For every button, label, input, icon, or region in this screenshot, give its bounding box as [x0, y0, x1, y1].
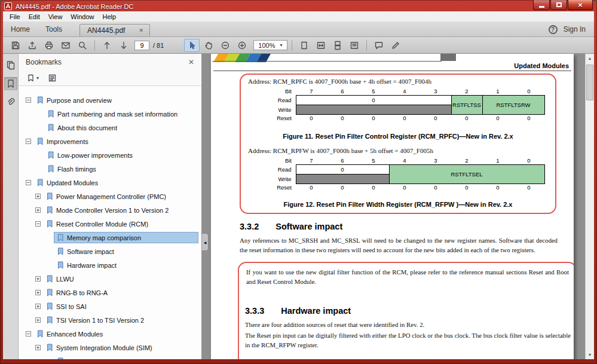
menu-file[interactable]: File: [5, 12, 25, 22]
bookmark-hit-area[interactable]: LLWU: [44, 274, 198, 284]
bookmark-hit-area[interactable]: Memory map comparison: [54, 233, 198, 243]
bookmark-item[interactable]: +LLWU: [19, 272, 201, 286]
bookmark-item[interactable]: Impacted register: [19, 354, 201, 359]
sign-in-link[interactable]: Sign In: [564, 25, 586, 33]
tab-home[interactable]: Home: [3, 23, 38, 36]
zoom-out-button[interactable]: [218, 39, 233, 52]
bookmark-item[interactable]: Part numbering and mask set information: [19, 107, 201, 121]
bookmark-hit-area[interactable]: About this document: [45, 123, 198, 133]
bookmark-hit-area[interactable]: Software impact: [54, 246, 198, 256]
reading-mode-button[interactable]: [347, 39, 362, 52]
collapse-toggle-icon[interactable]: −: [26, 139, 31, 144]
scroll-up-icon[interactable]: ▲: [586, 54, 594, 63]
bookmark-item[interactable]: About this document: [19, 121, 201, 134]
previous-page-button[interactable]: [99, 39, 115, 52]
bookmark-hit-area[interactable]: Part numbering and mask set information: [45, 109, 198, 119]
share-button[interactable]: [25, 39, 40, 52]
bookmark-hit-area[interactable]: Reset Controller Module (RCM): [44, 219, 198, 229]
document-canvas[interactable]: ◀ Updated Modules Address: [202, 54, 594, 359]
bookmark-item[interactable]: Software impact: [19, 244, 201, 258]
bookmark-item[interactable]: Low-power improvements: [19, 148, 201, 162]
email-button[interactable]: [58, 39, 74, 52]
bookmark-item[interactable]: −Reset Controller Module (RCM): [19, 217, 201, 231]
bookmarks-panel-button[interactable]: [4, 77, 17, 90]
collapse-toggle-icon[interactable]: −: [26, 331, 31, 337]
bookmark-item[interactable]: Memory map comparison: [19, 231, 201, 244]
bookmark-item[interactable]: −Updated Modules: [19, 176, 201, 189]
tab-tools[interactable]: Tools: [38, 23, 70, 36]
bookmark-hit-area[interactable]: Updated Modules: [34, 178, 198, 188]
menu-help[interactable]: Help: [98, 12, 120, 22]
bookmark-item[interactable]: +System Integration Module (SIM): [19, 341, 201, 354]
bookmark-hit-area[interactable]: Purpose and overview: [34, 95, 198, 105]
attachments-button[interactable]: [4, 96, 17, 109]
bookmark-hit-area[interactable]: SSI to SAI: [44, 301, 198, 311]
bookmark-hit-area[interactable]: Low-power improvements: [45, 150, 198, 160]
scrollbar-thumb[interactable]: [586, 65, 593, 100]
panel-close-icon[interactable]: ✕: [188, 58, 194, 66]
fill-sign-button[interactable]: [388, 39, 403, 52]
close-button[interactable]: ✕: [568, 0, 593, 10]
menu-view[interactable]: View: [44, 12, 67, 22]
bookmark-hit-area[interactable]: Hardware impact: [54, 260, 198, 270]
bookmark-item[interactable]: −Improvements: [19, 134, 201, 148]
register-address: Address: RCM_RPFC is 4007_F000h base + 4…: [248, 78, 431, 85]
expand-toggle-icon[interactable]: +: [35, 194, 41, 199]
bookmark-item[interactable]: −Purpose and overview: [19, 93, 201, 107]
titlebar[interactable]: AN4445.pdf - Adobe Acrobat Reader DC ✕: [3, 0, 594, 11]
collapse-toggle-icon[interactable]: −: [26, 180, 31, 185]
bookmark-hit-area[interactable]: Impacted register: [54, 356, 198, 359]
bookmark-item[interactable]: +Mode Controller Version 1 to Version 2: [19, 203, 201, 217]
expand-toggle-icon[interactable]: +: [35, 304, 41, 309]
help-icon[interactable]: ?: [549, 25, 558, 34]
bookmark-item[interactable]: Flash timings: [19, 162, 201, 176]
hand-tool-button[interactable]: [201, 39, 216, 52]
bookmark-hit-area[interactable]: Improvements: [34, 136, 198, 146]
expand-toggle-icon[interactable]: +: [35, 276, 41, 282]
next-page-button[interactable]: [116, 39, 131, 52]
bookmark-ribbon-icon: [57, 247, 64, 255]
bookmark-hit-area[interactable]: System Integration Module (SIM): [44, 342, 198, 353]
bookmark-hit-area[interactable]: Enhanced Modules: [34, 329, 198, 339]
comment-button[interactable]: [371, 39, 387, 52]
document-tab[interactable]: AN4445.pdf ✕: [79, 24, 150, 36]
bookmark-item[interactable]: −Enhanced Modules: [19, 327, 201, 341]
vertical-scrollbar[interactable]: ▲ ▼: [585, 54, 594, 359]
bookmark-item[interactable]: +TSI Version 1 to TSI Version 2: [19, 313, 201, 327]
print-button[interactable]: [41, 39, 57, 52]
bookmark-item[interactable]: +SSI to SAI: [19, 299, 201, 313]
tab-close-icon[interactable]: ✕: [139, 27, 143, 33]
page-thumbnails-button[interactable]: [4, 59, 17, 72]
bookmark-item[interactable]: Hardware impact: [19, 258, 201, 272]
scroll-down-icon[interactable]: ▼: [586, 350, 594, 359]
bookmark-hit-area[interactable]: RNG-B to RNG-A: [44, 287, 198, 298]
save-button[interactable]: [8, 39, 23, 52]
bookmark-hit-area[interactable]: Flash timings: [45, 164, 198, 174]
bookmark-options-button[interactable]: ▾: [27, 74, 39, 82]
menu-edit[interactable]: Edit: [25, 12, 44, 22]
expand-toggle-icon[interactable]: +: [35, 345, 41, 350]
bookmark-hit-area[interactable]: Mode Controller Version 1 to Version 2: [44, 205, 198, 215]
expand-toggle-icon[interactable]: +: [35, 290, 41, 295]
fit-width-button[interactable]: [313, 39, 329, 52]
bookmark-item[interactable]: +RNG-B to RNG-A: [19, 286, 201, 299]
collapse-panel-handle[interactable]: ◀: [202, 233, 209, 251]
bookmark-hit-area[interactable]: Power Management Controller (PMC): [44, 191, 198, 201]
maximize-button[interactable]: [550, 0, 567, 10]
page-number-input[interactable]: [134, 41, 149, 50]
zoom-in-button[interactable]: [234, 39, 250, 52]
bookmark-hit-area[interactable]: TSI Version 1 to TSI Version 2: [44, 315, 198, 325]
search-button[interactable]: [75, 39, 90, 52]
select-tool-button[interactable]: [184, 39, 200, 52]
zoom-level-dropdown[interactable]: 100% ▾: [253, 40, 287, 50]
expand-toggle-icon[interactable]: +: [35, 317, 41, 323]
collapse-toggle-icon[interactable]: −: [35, 221, 41, 227]
fit-page-button[interactable]: [296, 39, 312, 52]
new-bookmark-button[interactable]: [48, 74, 56, 82]
bookmark-item[interactable]: +Power Management Controller (PMC): [19, 189, 201, 203]
collapse-toggle-icon[interactable]: −: [26, 97, 31, 103]
expand-toggle-icon[interactable]: +: [35, 207, 41, 213]
scrolling-view-button[interactable]: [330, 39, 345, 52]
minimize-button[interactable]: [533, 0, 550, 10]
menu-window[interactable]: Window: [66, 12, 98, 22]
